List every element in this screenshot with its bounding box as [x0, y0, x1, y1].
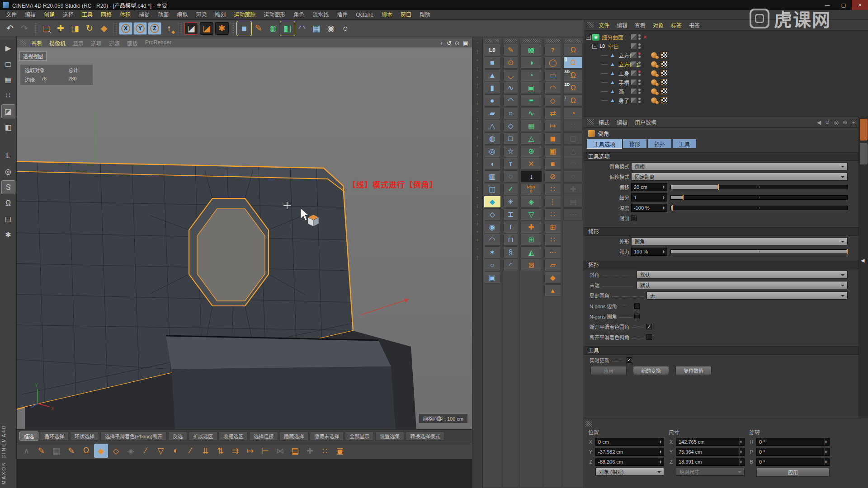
- extrude-tool[interactable]: ◇: [109, 444, 123, 458]
- field-checkbox[interactable]: [646, 334, 652, 340]
- editor-visibility-dot[interactable]: [638, 61, 641, 64]
- snap-icon[interactable]: Ω3D: [563, 69, 583, 81]
- magnet-tool[interactable]: Ω: [79, 444, 93, 458]
- object-label[interactable]: 空白: [608, 42, 619, 50]
- coordinate-input[interactable]: 0 cm▲ ▼: [595, 438, 664, 446]
- number-input[interactable]: 100 %▲ ▼: [631, 248, 667, 256]
- object-row[interactable]: ▲手柄: [584, 78, 868, 87]
- generators-icon[interactable]: ⊕: [520, 145, 542, 157]
- menu-item[interactable]: 脚本: [377, 10, 396, 20]
- selection-command-button[interactable]: 反选: [168, 432, 187, 441]
- primitives-icon[interactable]: ▰: [484, 107, 501, 119]
- visibility-dots[interactable]: [638, 61, 641, 67]
- viewport-menu-item[interactable]: 过滤: [105, 39, 123, 47]
- lock-icon[interactable]: ⊛: [843, 119, 847, 126]
- field-dropdown[interactable]: 圆角: [631, 237, 848, 245]
- render-view-button[interactable]: ◪: [184, 22, 198, 35]
- action-button[interactable]: 新的变换: [633, 366, 669, 375]
- texture-tag-icon[interactable]: [661, 70, 667, 76]
- menu-item[interactable]: 角色: [289, 10, 308, 20]
- mini-icon[interactable]: ▫: [476, 41, 478, 45]
- editor-visibility-dot[interactable]: [638, 52, 641, 55]
- splines-icon[interactable]: ✳: [503, 196, 519, 208]
- selection-command-button[interactable]: 转换选择模式: [406, 432, 444, 441]
- generators-icon[interactable]: ∿: [520, 107, 542, 119]
- spinner-icon[interactable]: ▲ ▼: [659, 448, 664, 455]
- view-label[interactable]: 透视视图: [19, 52, 47, 61]
- object-manager-menu-item[interactable]: 书签: [685, 21, 703, 29]
- rotate-tool[interactable]: ↻: [82, 21, 97, 36]
- selection-command-button[interactable]: 环状选择: [70, 432, 99, 441]
- splines-icon[interactable]: ◌: [503, 170, 519, 183]
- phong-tag-icon[interactable]: [651, 89, 657, 94]
- object-manager-menu-item[interactable]: 查看: [631, 21, 649, 29]
- stitch-sew-tool[interactable]: ▤: [288, 444, 302, 458]
- primitives-icon[interactable]: ○: [484, 259, 501, 271]
- dock-tab-orange[interactable]: [860, 119, 868, 141]
- splines-icon[interactable]: T: [503, 158, 519, 170]
- visibility-dots[interactable]: [638, 43, 641, 49]
- dock-tab-gray[interactable]: [860, 143, 868, 164]
- menu-item[interactable]: 帮助: [415, 10, 434, 20]
- primitives-icon[interactable]: ▲: [484, 69, 501, 81]
- generator-disabled-icon[interactable]: ✕: [643, 34, 647, 40]
- mini-icon[interactable]: ⋮: [476, 204, 480, 208]
- object-label[interactable]: 身子: [618, 97, 629, 104]
- viewport-solo-mode[interactable]: ◎: [2, 165, 15, 178]
- layer-badge[interactable]: [631, 52, 637, 58]
- snap-icon[interactable]: ◠: [563, 158, 583, 170]
- mini-icon[interactable]: ▫: [476, 212, 478, 217]
- attribute-menu-item[interactable]: 用户数据: [631, 118, 660, 126]
- camera-button[interactable]: ◉: [324, 21, 338, 36]
- make-editable[interactable]: ▶: [2, 42, 15, 55]
- primitives-icon[interactable]: ▮: [484, 82, 501, 94]
- attribute-tab[interactable]: 拓扑: [648, 139, 671, 148]
- last-used-tool[interactable]: ◆: [97, 21, 111, 36]
- pan-view-icon[interactable]: +: [440, 40, 443, 47]
- search-icon[interactable]: ◎: [834, 119, 838, 126]
- panel-grip[interactable]: [587, 22, 594, 28]
- number-input[interactable]: 1▲ ▼: [631, 193, 667, 202]
- primitives-icon[interactable]: ●: [484, 94, 501, 107]
- snap-icon[interactable]: △: [563, 145, 583, 157]
- splines-icon[interactable]: ◡: [503, 69, 519, 81]
- maximize-button[interactable]: ▢: [835, 0, 852, 10]
- selection-command-button[interactable]: 选择平滑着色(Phong)断开: [100, 432, 167, 441]
- field-dropdown[interactable]: 默认: [637, 271, 848, 279]
- object-manager-menu-item[interactable]: 编辑: [613, 21, 631, 29]
- value-slider[interactable]: [670, 185, 848, 189]
- selection-command-button[interactable]: 循环选择: [40, 432, 69, 441]
- edge-cut-tool[interactable]: ↦: [243, 444, 257, 458]
- field-dropdown[interactable]: 默认: [637, 281, 848, 289]
- editor-visibility-dot[interactable]: [638, 34, 641, 37]
- splines-icon[interactable]: ✓: [503, 183, 519, 195]
- commands-icon[interactable]: ⇄: [544, 107, 561, 119]
- commands-icon[interactable]: ▱: [544, 259, 561, 271]
- mini-icon[interactable]: ▫: [476, 178, 478, 183]
- number-input[interactable]: -100 %▲ ▼: [631, 204, 667, 212]
- primitives-icon[interactable]: ◖: [484, 158, 501, 170]
- field-checkbox[interactable]: [634, 314, 640, 319]
- cage-deform-tool[interactable]: ▣: [333, 444, 347, 458]
- splines-icon[interactable]: ◠: [503, 94, 519, 107]
- floor-button[interactable]: ▦: [309, 21, 324, 36]
- primitives-icon[interactable]: ◇: [484, 208, 501, 221]
- primitives-icon[interactable]: ◍: [484, 132, 501, 145]
- object-row[interactable]: ▲上身: [584, 69, 868, 78]
- phong-tag-icon[interactable]: [651, 61, 657, 67]
- close-button[interactable]: ✕: [852, 0, 868, 10]
- spinner-icon[interactable]: ▲ ▼: [659, 458, 664, 465]
- spinner-icon[interactable]: ▲ ▼: [824, 438, 829, 446]
- field-dropdown[interactable]: 无: [646, 291, 848, 300]
- generators-icon[interactable]: ≡: [520, 94, 542, 107]
- render-visibility-dot[interactable]: [638, 47, 641, 49]
- menu-item[interactable]: 雕刻: [211, 10, 230, 20]
- mini-icon[interactable]: ▫: [476, 230, 478, 234]
- spinner-icon[interactable]: ▲ ▼: [662, 204, 667, 211]
- viewport-menu-item[interactable]: 面板: [123, 39, 142, 47]
- scale-tool[interactable]: ◨: [68, 21, 82, 36]
- zoom-view-icon[interactable]: ⊙: [455, 40, 460, 47]
- palette-grip[interactable]: [523, 39, 540, 42]
- primitives-icon[interactable]: △: [484, 120, 501, 132]
- commands-icon[interactable]: ◆: [544, 272, 561, 284]
